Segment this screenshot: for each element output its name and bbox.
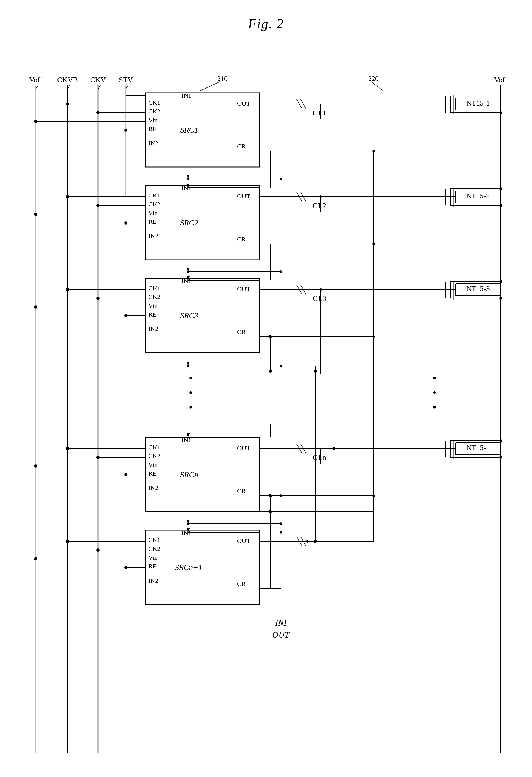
svg-point-129 (124, 566, 127, 569)
src1-in2-label: IN2 (148, 140, 158, 146)
svg-point-64 (97, 297, 100, 300)
nt15-3-label: NT15-3 (466, 285, 490, 293)
svg-point-9 (66, 102, 69, 106)
srcn1-cr-label: CR (237, 580, 246, 587)
gln-label: GLn (313, 453, 326, 461)
src1-label: SRC1 (180, 125, 198, 134)
gl1-label: GL1 (313, 109, 326, 117)
src3-ck1-label: CK1 (148, 285, 160, 292)
svg-point-123 (66, 540, 69, 543)
svg-point-127 (34, 557, 37, 560)
ref-220-label: 220 (368, 75, 379, 83)
stv-label: STV (119, 76, 133, 84)
srcn-ck2-label: CK2 (148, 452, 160, 459)
svg-point-192 (499, 280, 502, 283)
src3-re-label: RE (148, 311, 157, 318)
svg-point-216 (187, 522, 189, 525)
svg-point-188 (499, 111, 502, 114)
src2-ck2-label: CK2 (148, 201, 160, 208)
gl2-label: GL2 (313, 202, 326, 210)
svg-point-233 (279, 494, 282, 497)
svg-point-125 (97, 549, 100, 552)
svg-point-201 (187, 178, 189, 180)
ref-210-label: 210 (217, 75, 228, 83)
svg-line-242 (68, 85, 70, 89)
src2-in1-port-label: IN1 (181, 185, 191, 192)
svg-point-144 (269, 510, 272, 513)
svg-point-236 (319, 288, 322, 291)
srcn-cr-label: CR (237, 487, 246, 494)
svg-point-235 (319, 195, 322, 198)
src3-in2-label: IN2 (148, 325, 158, 332)
src1-vin-label: Vin (148, 117, 158, 123)
src1-in1-port-label: IN1 (181, 92, 191, 99)
srcn-in2-label: IN2 (148, 484, 158, 491)
svg-point-202 (279, 178, 282, 180)
src3-cr-label: CR (237, 328, 246, 335)
svg-point-194 (499, 297, 502, 300)
voff-left-label: Voff (29, 76, 42, 84)
dots2-top: • (433, 372, 436, 384)
srcn1-re-label: RE (148, 563, 157, 570)
nt15-n-label: NT15-n (466, 444, 490, 452)
svg-point-100 (97, 456, 100, 459)
src2-vin-label: Vin (148, 209, 158, 216)
nt15-1-label: NT15-1 (466, 99, 490, 107)
svg-point-35 (66, 195, 69, 198)
svg-point-189 (499, 188, 502, 190)
srcn1-label: SRCn+1 (175, 563, 203, 571)
srcn1-in2-label: IN2 (148, 577, 158, 584)
src3-in1-port-label: IN1 (181, 278, 191, 285)
src2-re-label: RE (148, 218, 157, 225)
dots-bot: • (189, 401, 192, 413)
svg-point-98 (66, 447, 69, 450)
svg-point-37 (97, 204, 100, 207)
ckvb-label: CKVB (57, 76, 78, 84)
svg-point-11 (97, 111, 100, 114)
svg-line-241 (36, 85, 38, 89)
svg-point-39 (34, 213, 37, 216)
src1-cr-label: CR (237, 143, 246, 150)
svg-point-237 (332, 447, 335, 450)
svg-point-102 (34, 464, 37, 468)
src2-ck1-label: CK1 (148, 192, 160, 199)
voff-right-label: Voff (494, 76, 507, 84)
srcn-re-label: RE (148, 470, 157, 477)
srcn1-vin-label: Vin (148, 554, 158, 561)
srcn1-in1-port-label: IN1 (181, 529, 191, 536)
ckv-label: CKV (90, 76, 106, 84)
dots2-mid: • (433, 387, 436, 399)
src2-out-label: OUT (237, 193, 250, 200)
dots2-bot: • (433, 401, 436, 413)
src3-vin-label: Vin (148, 302, 158, 309)
srcn-vin-label: Vin (148, 461, 158, 468)
svg-point-104 (124, 473, 127, 476)
svg-point-62 (66, 288, 69, 291)
svg-line-0 (199, 82, 220, 92)
dots-mid: • (189, 387, 192, 399)
page-title: Fig. 2 (0, 0, 532, 31)
ini-out-label: INI (275, 618, 287, 628)
svg-point-15 (124, 129, 127, 132)
svg-point-191 (499, 204, 502, 207)
src1-in1-label: CK1 (148, 99, 160, 106)
src2-in2-label: IN2 (148, 232, 158, 239)
svg-point-66 (34, 305, 37, 309)
src3-out-label: OUT (237, 286, 250, 293)
src2-label: SRC2 (180, 218, 198, 227)
ini-out-label2: OUT (272, 630, 290, 639)
srcn1-ck2-label: CK2 (148, 545, 160, 552)
svg-line-1 (371, 82, 384, 92)
src1-out-label: OUT (237, 100, 250, 107)
svg-line-244 (126, 85, 129, 89)
diagram-container: text { font-family: 'Times New Roman', T… (16, 37, 525, 769)
srcn-label: SRCn (180, 470, 198, 479)
svg-point-207 (279, 270, 282, 273)
nt15-2-label: NT15-2 (466, 192, 490, 200)
src1-re-label: RE (148, 125, 157, 132)
src2-cr-label: CR (237, 236, 246, 243)
svg-point-41 (124, 221, 127, 225)
src1-ck2-label: CK2 (148, 108, 160, 115)
gl3-label: GL3 (313, 294, 326, 303)
dots-top: • (189, 372, 192, 384)
